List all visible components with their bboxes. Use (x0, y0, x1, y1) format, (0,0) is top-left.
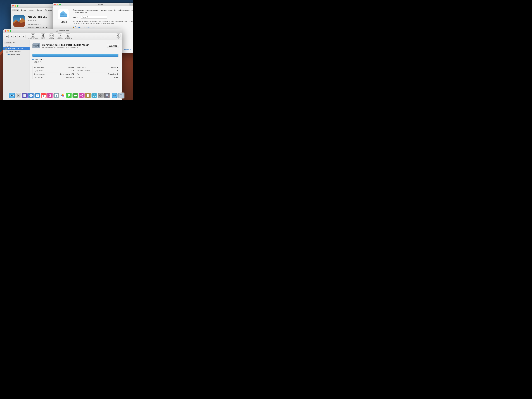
tab-pamyat[interactable]: Пам'ять (35, 9, 43, 11)
dock-item-itunes[interactable] (79, 93, 85, 98)
sidebar-internal-section: Внутрішні Samsung SSD 850 P... Контейнер… (3, 45, 30, 57)
dock-item-finder[interactable] (9, 93, 15, 98)
smart-value: Перевірено (66, 76, 74, 78)
dock-item-facetime[interactable] (73, 93, 78, 98)
svg-point-128 (68, 95, 69, 95)
tab-dysplei[interactable]: Дисплеї (20, 9, 28, 11)
dock-item-itunesu[interactable] (47, 93, 53, 98)
icloud-fullscreen-button[interactable] (59, 4, 61, 5)
connection-value: SATA (71, 70, 74, 71)
toolbar-action-restore[interactable]: Відновити (56, 33, 63, 39)
icloud-note: Цей Mac буде пов'язано з вашим Apple ID,… (73, 20, 133, 25)
detail-connection: Під'єднання: SATA (32, 69, 76, 72)
svg-rect-138 (82, 94, 83, 95)
dock-item-photos[interactable] (60, 93, 66, 98)
sidebar-pereglyd[interactable]: Перегляд (4, 42, 12, 44)
svg-rect-146 (92, 93, 97, 98)
dock-item-trash[interactable] (118, 93, 124, 98)
grid-button[interactable] (22, 35, 25, 38)
view-button[interactable] (5, 35, 9, 38)
partition-icon (41, 33, 45, 38)
svg-point-89 (24, 94, 25, 95)
icloud-icon-label: iCloud (60, 21, 67, 23)
disk-toolbar: Швидка допомога Поділ Стерти Відновити З (3, 33, 122, 40)
dock: 1 (8, 92, 125, 99)
about-close-button[interactable] (12, 5, 14, 6)
container-label: Контейнер disk1 (9, 51, 21, 53)
search-icon: 🔍 (130, 4, 132, 5)
about-traffic-lights[interactable] (12, 5, 19, 6)
svg-rect-152 (101, 94, 101, 95)
svg-rect-154 (99, 95, 100, 96)
disk-details-left: Розташування: Внутрішні Під'єднання: SAT… (32, 66, 76, 79)
svg-point-120 (63, 95, 64, 96)
drive-header: Samsung SSD 850 PRO 256GB Media Внутрішн… (32, 43, 119, 51)
svg-point-118 (62, 94, 63, 95)
sidebar-section-header: Внутрішні (3, 45, 30, 47)
dock-item-mail[interactable] (35, 93, 40, 98)
dock-item-diskutility[interactable] (104, 93, 110, 98)
sidebar-item-ssd[interactable]: Samsung SSD 850 P... (3, 47, 30, 50)
icloud-window-title: iCloud (98, 3, 103, 5)
dock-item-safari[interactable] (28, 93, 34, 98)
icloud-titlebar: iCloud 🔍 Пошук (53, 3, 133, 6)
disk-fullscreen-button[interactable] (10, 30, 11, 32)
dock-item-appstore[interactable] (92, 93, 97, 98)
tab-dysky[interactable]: Диски (28, 9, 35, 11)
icloud-apple-id-row: Apple ID: (73, 16, 133, 19)
nav-left-button[interactable] (13, 35, 17, 38)
dock-item-siri[interactable] (16, 93, 21, 98)
photo-button[interactable] (9, 35, 13, 38)
dock-item-sysprefs[interactable] (98, 93, 104, 98)
tab-oglyad[interactable]: Огляд (12, 9, 19, 11)
icloud-traffic-lights[interactable] (54, 4, 61, 5)
disk-minimize-button[interactable] (7, 30, 9, 32)
svg-point-94 (24, 96, 24, 97)
disk-window-title: Дискова утиліта (56, 30, 69, 32)
type-label: Тип: (77, 73, 80, 75)
svg-point-161 (109, 97, 109, 97)
sidebar-item-macintosh-hd[interactable]: Macintosh HD (3, 53, 30, 56)
svg-text:1: 1 (43, 95, 44, 97)
toolbar-action-erase[interactable]: Стерти (48, 33, 55, 39)
dock-item-contacts[interactable] (54, 93, 59, 98)
disk-close-button[interactable] (5, 30, 6, 32)
dock-item-messages[interactable] (66, 93, 72, 98)
partition-scheme-label: Схема розділів: (34, 73, 44, 75)
svg-rect-34 (24, 36, 24, 36)
svg-rect-72 (33, 46, 36, 46)
toolbar-action-unmount[interactable]: Змонтувати (64, 33, 72, 39)
svg-rect-70 (33, 44, 37, 44)
dock-item-calendar[interactable]: 1 (41, 93, 47, 98)
sidebar-tom[interactable]: Том (12, 42, 16, 44)
icloud-search-box[interactable]: 🔍 Пошук (129, 3, 133, 6)
drive-name-area: Samsung SSD 850 PRO 256GB Media Внутрішн… (42, 44, 89, 48)
dock-item-ibooks[interactable] (85, 93, 91, 98)
icloud-close-button[interactable] (54, 4, 56, 5)
about-fullscreen-button[interactable] (17, 5, 19, 6)
sidebar-item-container[interactable]: Контейнер disk1 (3, 50, 30, 53)
tab-pidtrymka[interactable]: Підтримка (44, 9, 53, 11)
info-button-container[interactable]: ℹ (116, 33, 120, 39)
svg-rect-58 (5, 48, 6, 49)
detail-device: Пристрій: disk0 (76, 76, 119, 79)
icloud-minimize-button[interactable] (57, 4, 58, 5)
svg-point-46 (43, 35, 44, 36)
toolbar-action-partition[interactable]: Поділ (40, 33, 47, 39)
dock-item-launchpad[interactable] (22, 93, 28, 98)
icloud-data-link[interactable]: 🔒 Як керують вашими даними... (73, 26, 95, 28)
restore-label: Відновити (57, 38, 63, 39)
total-size-label: Обсяг пам'яті: (77, 67, 87, 68)
unmount-icon (66, 33, 70, 38)
dock-item-finder2[interactable] (112, 93, 118, 98)
info-button[interactable] (116, 33, 120, 38)
disk-traffic-lights[interactable] (5, 30, 11, 32)
svg-point-28 (10, 36, 11, 36)
nav-right-button[interactable] (18, 35, 21, 38)
toolbar-action-quickhelp[interactable]: Швидка допомога (28, 33, 38, 39)
apple-id-input[interactable] (81, 16, 107, 19)
svg-rect-39 (23, 37, 24, 37)
svg-point-96 (25, 96, 26, 97)
svg-point-90 (25, 94, 26, 95)
about-minimize-button[interactable] (14, 5, 16, 6)
